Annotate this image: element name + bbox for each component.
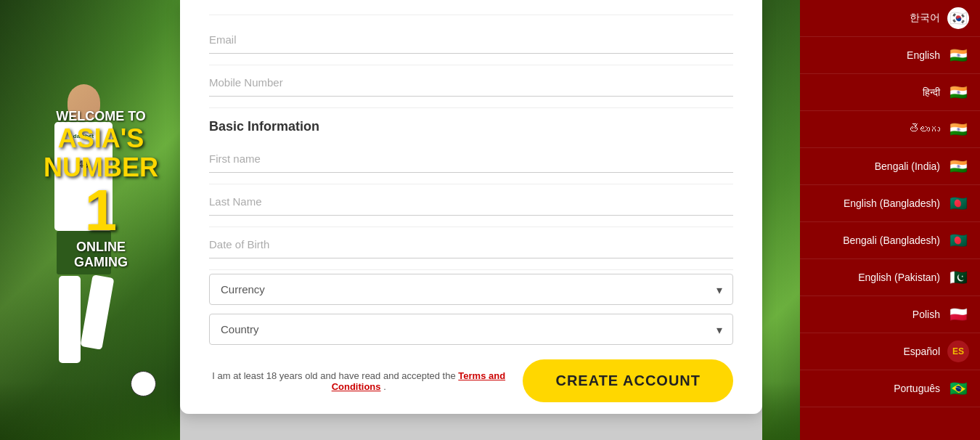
lang-item-english-bangladesh[interactable]: English (Bangladesh) 🇧🇩 — [800, 185, 980, 222]
flag-hindi: 🇮🇳 — [947, 81, 969, 103]
lang-item-hindi[interactable]: हिन्दी 🇮🇳 — [800, 74, 980, 111]
flag-bengali-india: 🇮🇳 — [947, 155, 969, 177]
flag-english-bangladesh: 🇧🇩 — [947, 192, 969, 214]
country-wrapper: Country India Bangladesh Pakistan South … — [209, 314, 733, 345]
flag-bengali-bangladesh: 🇧🇩 — [947, 229, 969, 251]
lang-item-polish[interactable]: Polish 🇵🇱 — [800, 296, 980, 333]
flag-polish: 🇵🇱 — [947, 303, 969, 325]
top-divider — [209, 15, 733, 15]
last-name-input[interactable] — [209, 188, 733, 216]
soccer-ball — [131, 371, 156, 396]
lang-item-portuguese[interactable]: Português 🇧🇷 — [800, 370, 980, 407]
currency-wrapper: Currency USD EUR INR BDT PKR KRW PLN — [209, 274, 733, 305]
divider-dob — [209, 269, 733, 270]
language-panel: 한국어 🇰🇷 English 🇮🇳 हिन्दी 🇮🇳 తెలుగు 🇮🇳 Be… — [800, 0, 980, 440]
currency-select[interactable]: Currency USD EUR INR BDT PKR KRW PLN — [209, 274, 733, 305]
dob-input[interactable] — [209, 231, 733, 258]
lang-item-telugu[interactable]: తెలుగు 🇮🇳 — [800, 111, 980, 148]
first-name-input[interactable] — [209, 145, 733, 173]
flag-portuguese: 🇧🇷 — [947, 378, 969, 399]
divider-email — [209, 65, 733, 65]
create-account-button[interactable]: CREATE ACCOUNT — [523, 359, 733, 402]
welcome-to-label: WELCOME TO — [44, 109, 158, 124]
divider-firstname — [209, 184, 733, 184]
divider-lastname — [209, 227, 733, 227]
welcome-text: WELCOME TO ASIA'S NUMBER 1 ONLINEGAMING — [44, 109, 158, 270]
flag-english-pakistan: 🇵🇰 — [947, 266, 969, 288]
registration-form: Basic Information Currency USD EUR INR B… — [180, 0, 762, 414]
lang-item-bengali-india[interactable]: Bengali (India) 🇮🇳 — [800, 148, 980, 185]
asia-label: ASIA'S NUMBER — [44, 124, 158, 182]
basic-info-title: Basic Information — [209, 119, 733, 134]
lang-item-korean[interactable]: 한국어 🇰🇷 — [800, 0, 980, 37]
background-left: dafabet 49 WELCOME TO ASIA'S NUMBER 1 ON… — [0, 0, 180, 440]
online-gaming-label: ONLINEGAMING — [44, 240, 158, 270]
divider-mobile — [209, 107, 733, 108]
flag-english: 🇮🇳 — [947, 44, 969, 66]
lang-item-english-pakistan[interactable]: English (Pakistan) 🇵🇰 — [800, 259, 980, 296]
lang-item-bengali-bangladesh[interactable]: Bengali (Bangladesh) 🇧🇩 — [800, 222, 980, 259]
lang-item-spanish[interactable]: Español ES — [800, 333, 980, 370]
number-one: 1 — [44, 182, 158, 240]
terms-text: I am at least 18 years old and have read… — [209, 370, 508, 392]
mobile-input[interactable] — [209, 69, 733, 97]
flag-spanish: ES — [947, 341, 969, 362]
email-input[interactable] — [209, 26, 733, 54]
flag-telugu: 🇮🇳 — [947, 118, 969, 140]
form-footer: I am at least 18 years old and have read… — [209, 359, 733, 402]
country-select[interactable]: Country India Bangladesh Pakistan South … — [209, 314, 733, 345]
flag-korean: 🇰🇷 — [947, 7, 969, 29]
lang-item-english[interactable]: English 🇮🇳 — [800, 37, 980, 74]
